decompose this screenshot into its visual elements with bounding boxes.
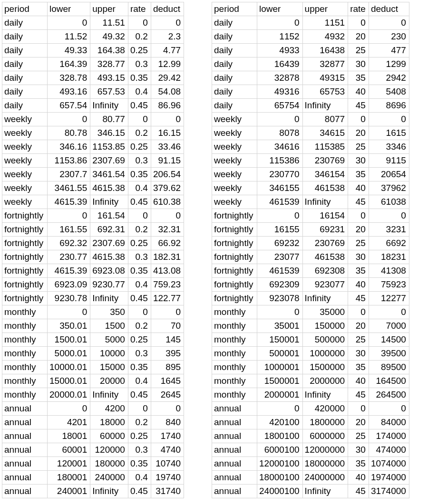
table-cell: 0 [369, 402, 409, 416]
table-cell: fortnightly [212, 223, 257, 237]
table-cell: 65753 [302, 85, 348, 99]
table-cell: annual [2, 457, 48, 471]
table-row: fortnightly923078Infinity4512277 [212, 292, 409, 305]
table-cell: 0.3 [128, 250, 151, 264]
table-cell: 1615 [369, 126, 409, 140]
table-cell: 0.25 [128, 44, 151, 57]
table-cell: 35 [348, 168, 369, 181]
table-cell: 0.3 [128, 347, 151, 361]
table-cell: weekly [212, 126, 257, 140]
table-cell: annual [2, 429, 48, 443]
table-row: daily328.78493.150.3529.42 [2, 71, 184, 85]
table-cell: 150000 [302, 319, 348, 333]
table-cell: 4615.38 [90, 250, 128, 264]
table-cell: 20000 [90, 374, 128, 388]
table-cell: monthly [212, 333, 257, 347]
table-cell: 35 [348, 71, 369, 85]
table-cell: 10000.01 [48, 361, 90, 374]
table-row: annual60001001200000030474000 [212, 443, 409, 457]
table-cell: 19740 [151, 471, 184, 485]
table-cell: 6923.08 [90, 264, 128, 278]
table-cell: 30 [348, 347, 369, 361]
table-cell: 45 [348, 99, 369, 113]
table-cell: 35000 [302, 305, 348, 319]
table-cell: weekly [2, 113, 48, 126]
table-cell: weekly [2, 140, 48, 154]
table-cell: annual [2, 443, 48, 457]
table-cell: 25 [348, 140, 369, 154]
table-cell: 16155 [257, 223, 303, 237]
table-row: monthly1500001200000040164500 [212, 374, 409, 388]
table-cell: fortnightly [212, 292, 257, 305]
table-cell: weekly [212, 154, 257, 168]
header-cell: rate [348, 2, 369, 16]
table-body: daily011.5100daily11.5249.320.22.3daily4… [2, 16, 184, 498]
table-cell: 4933 [257, 44, 303, 57]
table-cell: 1800100 [257, 429, 303, 443]
header-cell: period [212, 2, 257, 16]
table-cell: 0.25 [128, 429, 151, 443]
table-row: weekly115386230769309115 [212, 154, 409, 168]
table-cell: 3461.55 [48, 181, 90, 195]
table-cell: 20000.01 [48, 388, 90, 402]
table-cell: 180001 [48, 471, 90, 485]
table-cell: 115385 [302, 140, 348, 154]
table-cell: 14500 [369, 333, 409, 347]
table-cell: 37962 [369, 181, 409, 195]
table-cell: 2000001 [257, 388, 303, 402]
table-cell: 3346 [369, 140, 409, 154]
table-cell: 45 [348, 195, 369, 209]
table-row: fortnightly692.322307.690.2566.92 [2, 237, 184, 250]
table-cell: 379.62 [151, 181, 184, 195]
table-cell: 1645 [151, 374, 184, 388]
header-row: periodlowerupperratededuct [2, 2, 184, 16]
table-header: periodlowerupperratededuct [212, 2, 409, 16]
table-cell: 1500001 [257, 374, 303, 388]
table-cell: 4615.38 [90, 181, 128, 195]
table-cell: 45 [348, 388, 369, 402]
table-cell: 2.3 [151, 30, 184, 44]
table-cell: 328.77 [90, 57, 128, 71]
table-cell: 150001 [257, 333, 303, 347]
table-cell: daily [2, 71, 48, 85]
table-cell: daily [212, 44, 257, 57]
table-cell: 0 [348, 209, 369, 223]
table-cell: 395 [151, 347, 184, 361]
table-cell: 16439 [257, 57, 303, 71]
table-cell: 35001 [257, 319, 303, 333]
table-cell: 420000 [302, 402, 348, 416]
table-cell: 40 [348, 181, 369, 195]
table-cell: 34616 [257, 140, 303, 154]
table-cell: 0 [369, 209, 409, 223]
table-cell: 2942 [369, 71, 409, 85]
table-cell: fortnightly [212, 237, 257, 250]
table-cell: annual [2, 471, 48, 485]
table-cell: 69232 [257, 237, 303, 250]
table-cell: 65754 [257, 99, 303, 113]
table-cell: 0 [257, 305, 303, 319]
table-cell: weekly [2, 195, 48, 209]
table-cell: 12000000 [302, 443, 348, 457]
table-cell: fortnightly [2, 264, 48, 278]
table-row: fortnightly230.774615.380.3182.31 [2, 250, 184, 264]
table-row: monthly100000115000003589500 [212, 361, 409, 374]
table-cell: 9230.78 [48, 292, 90, 305]
table-cell: daily [2, 16, 48, 30]
table-cell: 8078 [257, 126, 303, 140]
table-cell: 461539 [257, 195, 303, 209]
table-cell: 70 [151, 319, 184, 333]
table-cell: 0.4 [128, 278, 151, 292]
table-cell: 0 [151, 113, 184, 126]
table-cell: 15000.01 [48, 374, 90, 388]
table-row: daily011.5100 [2, 16, 184, 30]
table-cell: 0.35 [128, 457, 151, 471]
table-cell: weekly [212, 168, 257, 181]
header-cell: deduct [369, 2, 409, 16]
tax-table-left: periodlowerupperratededuct daily011.5100… [2, 2, 184, 498]
table-cell: 0 [128, 209, 151, 223]
table-cell: daily [212, 16, 257, 30]
table-cell: 461539 [257, 264, 303, 278]
table-cell: 264500 [369, 388, 409, 402]
table-row: daily0115100 [212, 16, 409, 30]
table-cell: 40 [348, 85, 369, 99]
